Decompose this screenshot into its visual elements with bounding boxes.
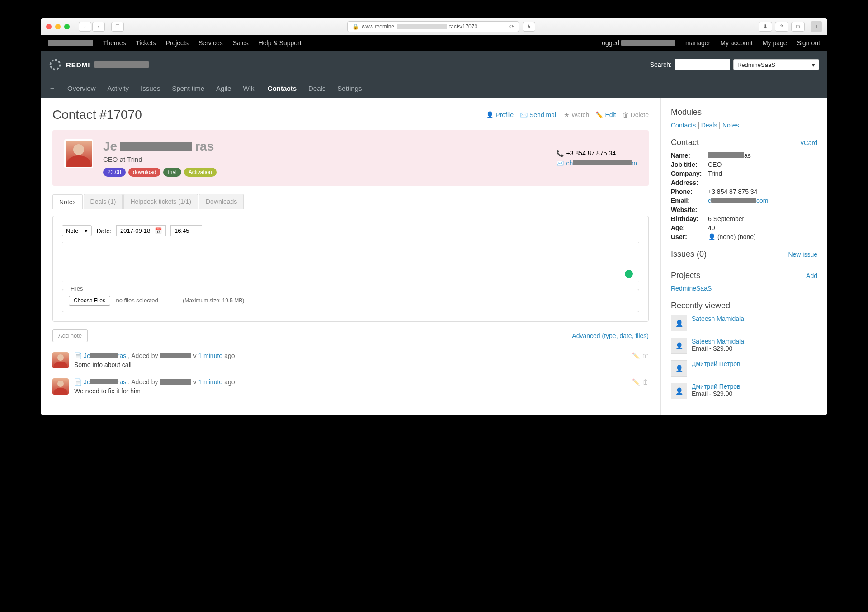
- menu-settings[interactable]: Settings: [337, 85, 362, 92]
- add-note-button[interactable]: Add note: [52, 329, 88, 342]
- project-select-value: RedmineSaaS: [737, 61, 775, 68]
- back-button[interactable]: ‹: [79, 22, 91, 32]
- note-time[interactable]: 1 minute: [198, 378, 222, 386]
- new-issue-link[interactable]: New issue: [788, 251, 817, 258]
- menu-activity[interactable]: Activity: [108, 85, 129, 92]
- time-input[interactable]: 16:45: [170, 225, 202, 236]
- tag[interactable]: Activation: [184, 168, 217, 177]
- note-textarea[interactable]: [62, 242, 639, 282]
- vcard-link[interactable]: vCard: [801, 139, 817, 146]
- maximize-window[interactable]: [64, 24, 70, 29]
- note-author[interactable]: Jeras: [84, 352, 126, 359]
- reload-icon[interactable]: ⟳: [509, 24, 514, 30]
- menu-overview[interactable]: Overview: [67, 85, 96, 92]
- grammarly-icon[interactable]: [625, 270, 633, 278]
- url-field[interactable]: 🔒 www.redmine tacts/17070 ⟳: [347, 21, 519, 32]
- topmenu-account[interactable]: My account: [720, 39, 753, 47]
- tag[interactable]: trial: [163, 168, 181, 177]
- topmenu-signout[interactable]: Sign out: [797, 39, 820, 47]
- topmenu-projects[interactable]: Projects: [165, 39, 189, 47]
- user-icon: 👤: [708, 233, 716, 240]
- recent-sub: Email - $29.00: [692, 345, 744, 352]
- menu-issues[interactable]: Issues: [141, 85, 160, 92]
- topmenu-tickets[interactable]: Tickets: [136, 39, 156, 47]
- contact-heading: ContactvCard: [671, 138, 817, 147]
- traffic-lights: [46, 24, 70, 29]
- sidebar-toggle[interactable]: ☐: [111, 22, 124, 32]
- recent-item[interactable]: 👤 Дмитрий ПетровEmail - $29.00: [671, 383, 817, 399]
- recent-name[interactable]: Sateesh Mamidala: [692, 338, 744, 345]
- menu-agile[interactable]: Agile: [216, 85, 231, 92]
- delete-link[interactable]: 🗑Delete: [623, 111, 649, 118]
- recent-name[interactable]: Дмитрий Петров: [692, 383, 740, 390]
- tab-notes[interactable]: Notes: [52, 194, 83, 209]
- menu-deals[interactable]: Deals: [308, 85, 326, 92]
- url-redacted: [397, 24, 447, 29]
- topmenu-services[interactable]: Services: [198, 39, 223, 47]
- contact-avatar: [64, 139, 93, 168]
- logo[interactable]: REDMI: [49, 58, 149, 71]
- url-text-suffix: tacts/17070: [449, 24, 477, 30]
- menu-spenttime[interactable]: Spent time: [172, 85, 204, 92]
- share-icon[interactable]: ⇪: [775, 22, 788, 32]
- profile-link[interactable]: 👤Profile: [486, 111, 514, 118]
- module-deals[interactable]: Deals: [701, 122, 717, 129]
- forward-button[interactable]: ›: [92, 22, 105, 32]
- nav-buttons: ‹ ›: [79, 22, 105, 32]
- topmenu-manager[interactable]: manager: [685, 39, 710, 47]
- menu-contacts[interactable]: Contacts: [268, 85, 297, 92]
- project-link[interactable]: RedmineSaaS: [671, 285, 712, 292]
- new-tab-button[interactable]: +: [811, 21, 822, 32]
- add-menu-button[interactable]: ＋: [49, 84, 56, 93]
- recent-item[interactable]: 👤 Sateesh MamidalaEmail - $29.00: [671, 338, 817, 354]
- tag[interactable]: 23.08: [103, 168, 126, 177]
- downloads-icon[interactable]: ⬇: [759, 22, 772, 32]
- calendar-icon[interactable]: 📅: [155, 227, 162, 234]
- recent-name[interactable]: Sateesh Mamidala: [692, 315, 744, 322]
- contact-email[interactable]: ✉️chm: [556, 160, 637, 167]
- note-type-icon: 📄: [74, 352, 82, 359]
- date-label: Date:: [96, 227, 111, 235]
- tab-downloads[interactable]: Downloads: [199, 194, 244, 209]
- note-type-select[interactable]: Note▾: [62, 225, 92, 236]
- recent-name[interactable]: Дмитрий Петров: [692, 360, 740, 367]
- note-time[interactable]: 1 minute: [198, 352, 222, 359]
- reader-button[interactable]: ★: [523, 22, 535, 32]
- date-input[interactable]: 2017-09-18📅: [116, 225, 166, 236]
- search-input[interactable]: [675, 59, 730, 70]
- mail-icon: ✉️: [556, 160, 564, 167]
- tag[interactable]: download: [128, 168, 160, 177]
- module-notes[interactable]: Notes: [722, 122, 739, 129]
- tab-deals[interactable]: Deals (1): [84, 194, 123, 209]
- module-contacts[interactable]: Contacts: [671, 122, 696, 129]
- chevron-down-icon: ▾: [812, 61, 815, 68]
- edit-note-icon[interactable]: ✏️: [632, 378, 640, 386]
- add-project-link[interactable]: Add: [806, 272, 817, 279]
- menu-wiki[interactable]: Wiki: [243, 85, 255, 92]
- content: Contact #17070 👤Profile ✉️Send mail ★Wat…: [41, 98, 827, 415]
- edit-link[interactable]: ✏️Edit: [595, 111, 616, 118]
- tabs-icon[interactable]: ⧉: [791, 22, 805, 32]
- note-avatar: [52, 352, 69, 368]
- advanced-link[interactable]: Advanced (type, date, files): [572, 332, 649, 339]
- contact-tags: 23.08 download trial Activation: [103, 168, 542, 177]
- topmenu-mypage[interactable]: My page: [763, 39, 787, 47]
- trash-icon: 🗑: [623, 111, 629, 118]
- topmenu-help[interactable]: Help & Support: [259, 39, 302, 47]
- delete-note-icon[interactable]: 🗑: [642, 352, 649, 359]
- topmenu-themes[interactable]: Themes: [103, 39, 126, 47]
- topmenu-sales[interactable]: Sales: [233, 39, 249, 47]
- delete-note-icon[interactable]: 🗑: [642, 378, 649, 386]
- choose-files-button[interactable]: Choose Files: [69, 296, 110, 306]
- minimize-window[interactable]: [55, 24, 61, 29]
- recent-item[interactable]: 👤 Дмитрий Петров: [671, 360, 817, 377]
- tab-helpdesk[interactable]: Helpdesk tickets (1/1): [123, 194, 198, 209]
- close-window[interactable]: [46, 24, 52, 29]
- sendmail-link[interactable]: ✉️Send mail: [520, 111, 557, 118]
- note-header: 📄 Jeras , Added byv 1 minuteago ✏️🗑: [74, 378, 649, 386]
- watch-link[interactable]: ★Watch: [564, 111, 589, 118]
- edit-note-icon[interactable]: ✏️: [632, 352, 640, 359]
- note-author[interactable]: Jeras: [84, 378, 126, 386]
- recent-item[interactable]: 👤 Sateesh Mamidala: [671, 315, 817, 331]
- project-select[interactable]: RedmineSaaS ▾: [733, 59, 819, 70]
